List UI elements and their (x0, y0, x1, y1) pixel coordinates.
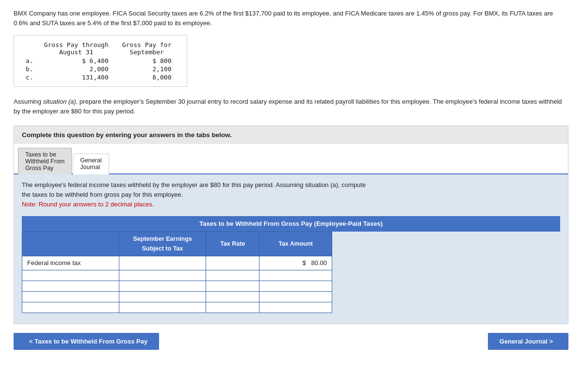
tax-name-cell (22, 292, 119, 302)
table-row (22, 270, 332, 281)
earnings-input-cell[interactable] (119, 270, 206, 281)
rate-cell[interactable] (206, 256, 259, 270)
earnings-input-cell[interactable] (119, 292, 206, 302)
tax-name-cell (22, 270, 119, 281)
gross-pay-table: Gross Pay through August 31 Gross Pay fo… (19, 40, 178, 81)
amount-cell (259, 292, 332, 302)
earnings-input[interactable] (124, 259, 201, 267)
col-earnings-header: September EarningsSubject to Tax (119, 232, 206, 256)
table-row (22, 292, 332, 302)
gross-pay-aug: $ 6,400 (37, 57, 115, 65)
tabs-container: Taxes to beWithheld FromGross Pay Genera… (14, 144, 568, 324)
earnings-input-cell[interactable] (119, 256, 206, 270)
col2-header: Gross Pay for September (115, 40, 178, 57)
tax-name-cell (22, 302, 119, 313)
table-row: a. $ 6,400 $ 800 (19, 57, 178, 65)
tab-description: The employee's federal income taxes with… (22, 180, 560, 200)
earnings-input-cell[interactable] (119, 281, 206, 292)
rate-cell[interactable] (206, 302, 259, 313)
tabs-row: Taxes to beWithheld FromGross Pay Genera… (14, 144, 568, 174)
table-row: c. 131,400 8,000 (19, 73, 178, 81)
table-row: b. 2,000 2,100 (19, 65, 178, 73)
row-label: b. (19, 65, 37, 73)
col-amount-header: Tax Amount (259, 232, 332, 256)
gross-pay-sep: $ 800 (115, 57, 178, 65)
gross-pay-aug: 2,000 (37, 65, 115, 73)
tab-note: Note: Round your answers to 2 decimal pl… (22, 200, 560, 209)
tab-content-area: The employee's federal income taxes with… (14, 174, 568, 324)
data-table-box: Gross Pay through August 31 Gross Pay fo… (14, 35, 187, 87)
complete-box: Complete this question by entering your … (14, 125, 568, 144)
tax-name-cell: Federal income tax (22, 256, 119, 270)
amount-cell (259, 302, 332, 313)
rate-input[interactable] (211, 259, 254, 267)
amount-cell (259, 270, 332, 281)
gross-pay-aug: 131,400 (37, 73, 115, 81)
intro-paragraph: BMX Company has one employee. FICA Socia… (14, 9, 568, 28)
gross-pay-sep: 2,100 (115, 65, 178, 73)
dollar-sign: $ (302, 259, 311, 267)
tab-general-journal[interactable]: GeneralJournal (73, 154, 109, 174)
amount-cell (259, 281, 332, 292)
amount-cell: $ 80.00 (259, 256, 332, 270)
row-label: a. (19, 57, 37, 65)
gross-pay-sep: 8,000 (115, 73, 178, 81)
tab-taxes-withheld[interactable]: Taxes to beWithheld FromGross Pay (18, 148, 72, 174)
table-row (22, 302, 332, 313)
col-rate-header: Tax Rate (206, 232, 259, 256)
table-row (22, 281, 332, 292)
inner-table-title: Taxes to be Withheld From Gross Pay (Emp… (22, 216, 560, 232)
earnings-input-cell[interactable] (119, 302, 206, 313)
col1-header: Gross Pay through August 31 (37, 40, 115, 57)
col-tax-name-header (22, 232, 119, 256)
rate-cell[interactable] (206, 292, 259, 302)
taxes-withheld-table: September EarningsSubject to Tax Tax Rat… (22, 232, 332, 313)
next-tab-button[interactable]: General Journal > (488, 333, 568, 350)
rate-cell[interactable] (206, 270, 259, 281)
prev-tab-button[interactable]: < Taxes to be Withheld From Gross Pay (14, 333, 159, 350)
row-label: c. (19, 73, 37, 81)
bottom-nav: < Taxes to be Withheld From Gross Pay Ge… (14, 333, 568, 355)
rate-cell[interactable] (206, 281, 259, 292)
amount-value: 80.00 (311, 259, 327, 267)
inner-table-section: Taxes to be Withheld From Gross Pay (Emp… (22, 216, 560, 313)
situation-text: Assuming situation (a), prepare the empl… (14, 97, 568, 116)
table-row: Federal income tax$ 80.00 (22, 256, 332, 270)
tax-name-cell (22, 281, 119, 292)
